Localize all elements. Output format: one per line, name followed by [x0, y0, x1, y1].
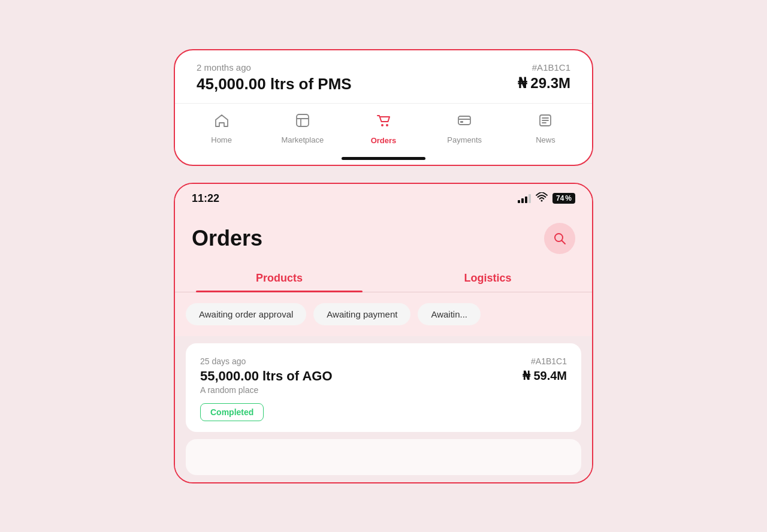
order-card-footer: Completed [200, 403, 567, 421]
orders-list: 25 days ago #A1B1C1 55,000.00 ltrs of AG… [175, 336, 592, 482]
orders-header: Orders [175, 208, 592, 264]
wifi-icon [536, 192, 548, 204]
tab-logistics[interactable]: Logistics [384, 264, 592, 292]
nav-item-payments[interactable]: Payments [424, 113, 505, 144]
svg-point-1 [381, 124, 384, 126]
marketplace-icon [295, 113, 310, 132]
pill-awaiting-payment[interactable]: Awaiting payment [313, 303, 410, 325]
page-wrapper: 2 months ago 45,000.00 ltrs of PMS #A1B1… [0, 37, 767, 495]
battery-icon: 74 % [552, 193, 575, 204]
phone-card-bottom: 11:22 74 % [174, 183, 593, 483]
status-icons: 74 % [518, 192, 575, 204]
orders-icon [375, 112, 392, 133]
pill-awaiting-order-approval[interactable]: Awaiting order approval [186, 303, 306, 325]
status-badge-completed: Completed [200, 403, 264, 421]
tab-products[interactable]: Products [175, 264, 384, 292]
pill-awaiting-more[interactable]: Awaitin... [418, 303, 481, 325]
nav-label-news: News [536, 135, 555, 144]
top-order-meta: 2 months ago 45,000.00 ltrs of PMS [197, 62, 352, 93]
order-card-age: 25 days ago [200, 356, 246, 366]
order-card-price: ₦ 59.4M [523, 368, 567, 383]
order-card-title: 55,000.00 ltrs of AGO [200, 368, 333, 384]
nav-item-marketplace[interactable]: Marketplace [262, 113, 343, 144]
top-order-right: #A1B1C1 ₦ 29.3M [518, 62, 570, 92]
tabs-container: Products Logistics [175, 264, 592, 292]
home-bar [342, 157, 425, 160]
home-icon [214, 113, 230, 132]
nav-label-marketplace: Marketplace [281, 135, 324, 144]
nav-item-home[interactable]: Home [181, 113, 262, 144]
svg-point-6 [540, 200, 542, 202]
status-bar: 11:22 74 % [175, 184, 592, 208]
bottom-nav: Home Marketplace [175, 103, 592, 151]
top-order-info: 2 months ago 45,000.00 ltrs of PMS #A1B1… [175, 50, 592, 103]
top-order-price: ₦ 29.3M [518, 75, 570, 92]
order-card-header: 25 days ago #A1B1C1 [200, 356, 567, 366]
search-button[interactable] [544, 223, 575, 254]
order-card-partial [186, 439, 581, 475]
top-order-id: #A1B1C1 [532, 62, 570, 72]
top-order-title: 45,000.00 ltrs of PMS [197, 75, 352, 93]
svg-rect-0 [297, 114, 309, 126]
svg-point-2 [386, 124, 388, 126]
nav-label-orders: Orders [371, 136, 397, 145]
order-card-location: A random place [200, 385, 567, 395]
phone-card-top: 2 months ago 45,000.00 ltrs of PMS #A1B1… [174, 49, 593, 166]
filter-pills: Awaiting order approval Awaiting payment… [175, 292, 592, 336]
nav-label-payments: Payments [447, 135, 482, 144]
signal-bars-icon [518, 194, 531, 203]
nav-label-home: Home [211, 135, 232, 144]
top-order-age: 2 months ago [197, 62, 352, 72]
orders-title: Orders [192, 226, 262, 251]
nav-item-orders[interactable]: Orders [343, 112, 424, 145]
payments-icon [457, 113, 472, 132]
order-card[interactable]: 25 days ago #A1B1C1 55,000.00 ltrs of AG… [186, 343, 581, 432]
svg-rect-3 [458, 116, 470, 125]
status-time: 11:22 [192, 192, 219, 205]
news-icon [537, 113, 553, 132]
svg-rect-4 [460, 121, 463, 123]
nav-item-news[interactable]: News [505, 113, 586, 144]
order-card-id: #A1B1C1 [531, 356, 567, 366]
search-icon [552, 231, 567, 246]
